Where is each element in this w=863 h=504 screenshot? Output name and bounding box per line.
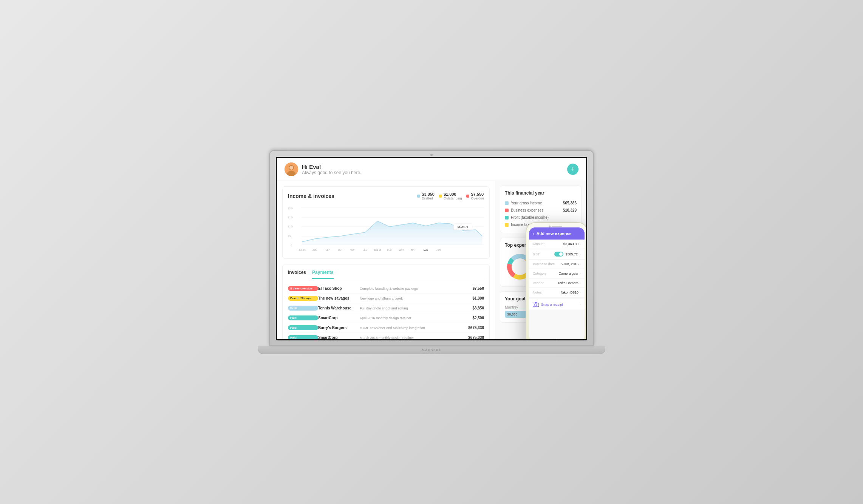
invoice-desc: HTML newsletter and Mailchimp integratio… — [360, 326, 458, 330]
date-value: 5 Jun, 2016 — [561, 262, 578, 266]
invoice-client: El Taco Shop — [318, 286, 360, 291]
svg-text:$5k: $5k — [288, 235, 292, 238]
legend-drafted-value: $3,850 — [422, 192, 435, 196]
invoice-client: The new savages — [318, 296, 360, 300]
svg-text:FEB: FEB — [387, 249, 391, 251]
invoice-client: Tennis Warehouse — [318, 306, 360, 310]
invoice-desc: Complete branding & website package — [360, 287, 458, 291]
category-value: Camera gear — [558, 272, 578, 275]
app-screen: Hi Eva! Always good to see you here. + — [277, 158, 586, 339]
table-row: Paid SmartCorp April 2016 monthly design… — [288, 313, 484, 323]
svg-text:MAR: MAR — [399, 249, 404, 251]
svg-text:$4,955.75: $4,955.75 — [458, 226, 468, 228]
phone-vendor-row[interactable]: Vendor Ted's Camera › — [529, 278, 585, 288]
gst-label: GST — [533, 252, 540, 256]
phone-date-row[interactable]: Purchase date 5 Jun, 2016 › — [529, 260, 585, 269]
svg-point-34 — [512, 259, 527, 274]
invoice-desc: New logo and album artwork — [360, 297, 458, 300]
invoice-amount: $2,500 — [458, 316, 484, 320]
notes-value: Nikon D810 — [561, 291, 578, 294]
macbook-base: MacBook — [258, 346, 605, 354]
tab-invoices[interactable]: Invoices — [288, 270, 306, 279]
table-row: Paid Barry's Burgers HTML newsletter and… — [288, 323, 484, 333]
phone-speaker — [552, 226, 562, 227]
legend-outstanding-label: Outstanding — [444, 196, 462, 200]
phone-snap-row[interactable]: Snap a receipt › — [529, 299, 585, 309]
svg-text:JUL 15: JUL 15 — [298, 249, 306, 251]
vendor-value: Ted's Camera — [558, 281, 578, 285]
table-row: Due in 28 days The new savages New logo … — [288, 294, 484, 303]
amount-value: $3,363.00 — [563, 242, 578, 246]
invoice-client: Barry's Burgers — [318, 326, 360, 330]
tab-payments[interactable]: Payments — [312, 270, 334, 279]
macbook-brand: MacBook — [422, 348, 441, 352]
snap-receipt-label: Snap a receipt — [541, 303, 563, 306]
legend-overdue-value: $7,550 — [471, 192, 484, 196]
table-row: Paid SmartCorp March 2016 monthly design… — [288, 333, 484, 339]
back-button[interactable]: ‹ — [533, 230, 535, 237]
notes-label: Notes — [533, 291, 542, 294]
goal-bar-value: $8,500 — [507, 312, 518, 316]
legend-overdue-label: Overdue — [471, 196, 484, 200]
phone-gst-row[interactable]: GST $305.72 › — [529, 249, 585, 260]
snap-chevron: › — [580, 303, 581, 306]
avatar — [285, 162, 298, 176]
camera-icon — [533, 302, 539, 307]
greeting: Hi Eva! — [302, 164, 361, 170]
business-expenses-label: Business expenses — [511, 208, 543, 212]
svg-text:$20k: $20k — [288, 207, 293, 210]
invoice-desc: April 2016 monthly design retainer — [360, 316, 458, 320]
svg-text:DEC: DEC — [363, 249, 368, 251]
add-button[interactable]: + — [567, 164, 578, 175]
invoice-amount: $1,800 — [458, 296, 484, 300]
profit-label: Profit (taxable income) — [511, 215, 549, 220]
date-chevron: › — [580, 262, 581, 266]
legend-outstanding-value: $1,800 — [444, 192, 462, 196]
invoices-list: 8 days overdue El Taco Shop Complete bra… — [288, 284, 484, 339]
status-badge: Paid — [288, 315, 318, 320]
business-expenses-value: $18,329 — [563, 208, 577, 212]
gross-income-label: Your gross income — [511, 201, 542, 205]
tab-bar: Invoices Payments — [288, 270, 484, 279]
svg-text:SEP: SEP — [326, 249, 330, 251]
app-header: Hi Eva! Always good to see you here. + — [277, 158, 586, 181]
invoice-client: SmartCorp — [318, 316, 360, 320]
phone-form: Amount $3,363.00 › GST — [529, 240, 585, 339]
phone-notes-row[interactable]: Notes Nikon D810 › — [529, 288, 585, 297]
invoice-desc: Full day photo shoot and editing — [360, 306, 458, 310]
svg-point-36 — [535, 304, 537, 306]
phone-app-header: ‹ Add new expense — [529, 227, 585, 240]
mobile-phone: ‹ Add new expense Amount $3,36 — [526, 222, 586, 339]
gst-value: $305.72 — [565, 252, 578, 256]
svg-text:OCT: OCT — [338, 249, 343, 251]
table-row: 8 days overdue El Taco Shop Complete bra… — [288, 284, 484, 294]
svg-text:$10k: $10k — [288, 225, 293, 228]
status-badge: Paid — [288, 325, 318, 330]
invoice-amount: $7,550 — [458, 286, 484, 291]
table-row: Draft Tennis Warehouse Full day photo sh… — [288, 303, 484, 313]
gst-toggle[interactable] — [554, 252, 563, 257]
svg-text:AUG: AUG — [312, 249, 317, 251]
list-item: Your gross income $65,386 — [505, 199, 577, 207]
svg-point-3 — [289, 166, 293, 170]
svg-text:JUN: JUN — [436, 249, 441, 251]
status-badge: 8 days overdue — [288, 286, 318, 291]
invoice-amount: $3,850 — [458, 306, 484, 310]
subtitle: Always good to see you here. — [302, 170, 361, 175]
chart-title: Income & invoices — [288, 193, 334, 199]
amount-chevron: › — [580, 242, 581, 246]
vendor-label: Vendor — [533, 281, 544, 285]
svg-text:0: 0 — [291, 244, 292, 247]
svg-text:APR: APR — [411, 249, 415, 251]
status-badge: Paid — [288, 335, 318, 339]
svg-text:NOV: NOV — [350, 249, 355, 251]
gst-chevron: › — [580, 252, 581, 256]
phone-amount-row[interactable]: Amount $3,363.00 › — [529, 240, 585, 249]
status-badge: Draft — [288, 306, 318, 311]
phone-screen: ‹ Add new expense Amount $3,36 — [529, 227, 585, 339]
invoice-amount: $675,330 — [458, 335, 484, 339]
phone-category-row[interactable]: Category Camera gear › — [529, 269, 585, 278]
notes-chevron: › — [580, 291, 581, 294]
list-item: Business expenses $18,329 — [505, 207, 577, 214]
list-item: Profit (taxable income) — [505, 214, 577, 221]
